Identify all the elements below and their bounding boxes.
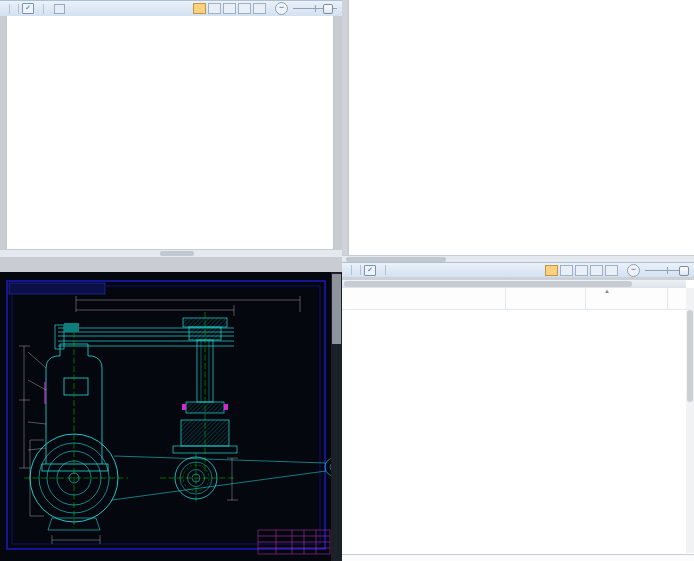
zoom-slider-thumb[interactable] <box>679 266 689 276</box>
proofing-icon[interactable] <box>364 265 376 276</box>
macro-record-icon[interactable] <box>54 4 65 14</box>
seal-left <box>182 404 186 410</box>
explorer-vscrollbar[interactable] <box>686 288 694 553</box>
bearing-block <box>64 323 79 332</box>
section-heading <box>361 5 366 20</box>
word-status-bar <box>342 262 694 277</box>
explorer-hscrollbar[interactable] <box>342 280 686 288</box>
cad-tab-label <box>9 283 105 294</box>
column-header-size[interactable] <box>668 288 686 309</box>
seal-right <box>224 404 228 410</box>
window-bottom-edge <box>342 554 694 561</box>
scrollbar-thumb[interactable] <box>687 310 693 402</box>
view-fullscreen-button[interactable] <box>208 3 221 14</box>
horizontal-scrollbar[interactable] <box>0 249 342 257</box>
zoom-slider[interactable] <box>645 265 689 276</box>
explorer-window: ▲ <box>342 280 694 561</box>
scrollbar-thumb[interactable] <box>344 281 632 287</box>
scrollbar-thumb[interactable] <box>160 251 194 256</box>
view-draft-button[interactable] <box>605 265 618 276</box>
view-web-button[interactable] <box>575 265 588 276</box>
view-outline-button[interactable] <box>238 3 251 14</box>
view-draft-button[interactable] <box>253 3 266 14</box>
cad-scrollbar-thumb[interactable] <box>332 274 341 344</box>
zoom-out-button[interactable] <box>275 2 288 15</box>
word-window-preface <box>342 0 694 280</box>
view-print-layout-button[interactable] <box>193 3 206 14</box>
zoom-slider-thumb[interactable] <box>323 4 333 14</box>
view-outline-button[interactable] <box>590 265 603 276</box>
explorer-column-headers: ▲ <box>342 288 686 310</box>
cad-scrollbar[interactable] <box>331 272 342 561</box>
column-header-date[interactable] <box>506 288 586 309</box>
cad-drawing <box>0 272 342 561</box>
autocad-window <box>0 272 342 561</box>
word-status-bar <box>0 0 342 16</box>
zoom-slider[interactable] <box>293 3 337 14</box>
view-print-layout-button[interactable] <box>545 265 558 276</box>
column-header-type[interactable] <box>586 288 668 309</box>
word-window-cover <box>0 0 342 272</box>
sort-arrow-icon: ▲ <box>604 288 610 294</box>
cover-page <box>6 2 334 250</box>
proofing-icon[interactable] <box>22 3 34 14</box>
preface-page <box>348 0 694 256</box>
zoom-out-button[interactable] <box>627 264 640 277</box>
view-web-button[interactable] <box>223 3 236 14</box>
column-header-name[interactable] <box>342 288 506 309</box>
view-fullscreen-button[interactable] <box>560 265 573 276</box>
